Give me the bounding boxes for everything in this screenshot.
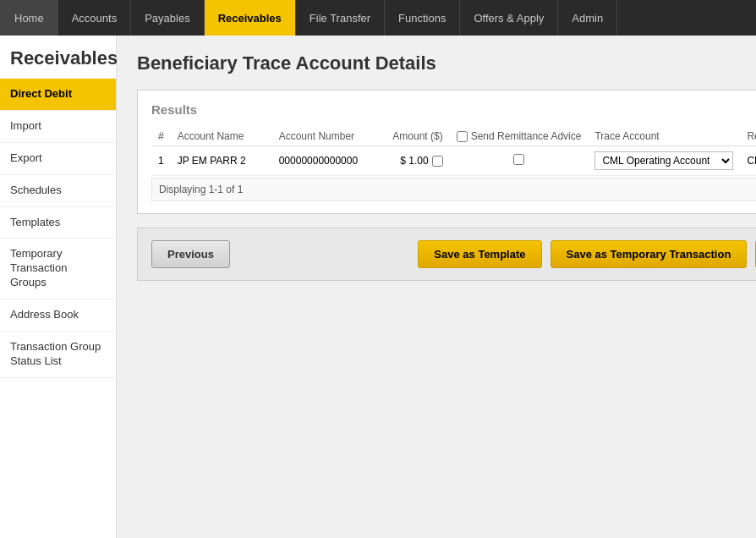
row-account-number: 00000000000000 [272,146,382,176]
sidebar-item-address-book[interactable]: Address Book [0,299,116,332]
sidebar-item-export[interactable]: Export [0,143,116,175]
row-amount: $ 1.00 [382,146,450,176]
col-header-remitter-name: Remitter Name [740,127,756,146]
send-remittance-all-checkbox[interactable] [457,131,468,142]
nav-accounts[interactable]: Accounts [58,0,131,36]
nav-functions[interactable]: Functions [385,0,460,36]
sidebar-item-transaction-group-status-list[interactable]: Transaction Group Status List [0,332,116,378]
results-table: # Account Name Account Number Amount ($)… [151,127,756,176]
nav-offers-apply[interactable]: Offers & Apply [460,0,558,36]
col-header-send-remittance: Send Remittance Advice [450,127,589,146]
trace-account-select[interactable]: CML Operating Account [594,151,733,170]
results-section: Results # Account Name Account Number Am… [137,90,756,214]
row-amount-checkbox[interactable] [432,156,443,167]
action-row: Previous Save as Template Save as Tempor… [137,228,756,281]
page-layout: Receivables Direct Debit Import Export S… [0,36,756,538]
displaying-count: Displaying 1-1 of 1 [151,178,756,201]
sidebar-title: Receivables [0,36,116,79]
col-header-amount: Amount ($) [382,127,450,146]
nav-receivables[interactable]: Receivables [205,0,296,36]
nav-payables[interactable]: Payables [131,0,204,36]
nav-home[interactable]: Home [0,0,58,36]
previous-button[interactable]: Previous [151,240,230,268]
col-header-trace-account: Trace Account [588,127,740,146]
sidebar-item-schedules[interactable]: Schedules [0,175,116,207]
sidebar: Receivables Direct Debit Import Export S… [0,36,117,538]
page-title: Beneficiary Trace Account Details [137,52,756,74]
sidebar-item-direct-debit[interactable]: Direct Debit [0,79,116,111]
col-header-account-name: Account Name [171,127,272,146]
row-num: 1 [151,146,171,176]
col-header-num: # [151,127,171,146]
save-as-template-button[interactable]: Save as Template [418,240,541,268]
table-row: 1 JP EM PARR 2 00000000000000 $ 1.00 [151,146,756,176]
row-send-remittance-checkbox[interactable] [513,154,524,165]
main-content: Beneficiary Trace Account Details Result… [117,36,756,538]
results-heading: Results [151,102,756,117]
row-trace-account[interactable]: CML Operating Account [588,146,740,176]
top-navigation: Home Accounts Payables Receivables File … [0,0,756,36]
sidebar-item-temp-transaction-groups[interactable]: Temporary Transaction Groups [0,239,116,299]
row-send-remittance [450,146,589,176]
row-remitter-name: CBA TAL-TES [740,146,756,176]
col-header-account-number: Account Number [272,127,382,146]
nav-admin[interactable]: Admin [558,0,617,36]
row-account-name: JP EM PARR 2 [171,146,272,176]
sidebar-item-import[interactable]: Import [0,111,116,143]
save-as-temporary-transaction-button[interactable]: Save as Temporary Transaction [551,240,748,268]
nav-file-transfer[interactable]: File Transfer [296,0,385,36]
sidebar-item-templates[interactable]: Templates [0,207,116,239]
